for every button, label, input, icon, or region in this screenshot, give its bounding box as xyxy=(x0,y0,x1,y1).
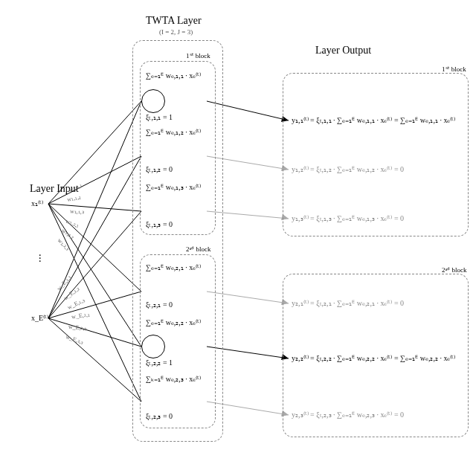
input-ellipsis: ··· xyxy=(39,254,42,263)
xi-21: ξₜ,₂,₁ = 0 xyxy=(146,300,173,309)
twta-layer-title: TWTA Layer xyxy=(146,15,202,27)
svg-line-7 xyxy=(48,156,141,318)
output-y11: y₁,₁⁽ᵗ⁾ = ξₜ,₁,₁ · ∑ₑ₌₁ᴱ wₑ,₁,₁ · xₑ⁽ᵗ⁾ … xyxy=(292,116,463,124)
sum-12: ∑ₑ₌₁ᴱ wₑ,₁,₂ · xₑ⁽ᵗ⁾ xyxy=(146,128,201,136)
xi-13: ξₜ,₁,₃ = 0 xyxy=(146,220,173,228)
svg-line-4 xyxy=(48,204,141,347)
xi-22: ξₜ,₂,₂ = 1 xyxy=(146,358,173,367)
neuron-22-circle xyxy=(141,335,165,358)
svg-line-11 xyxy=(48,318,141,402)
xi-23: ξₜ,₂,₃ = 0 xyxy=(146,412,173,420)
output-block2-label: 2ⁿᵈ block xyxy=(442,266,467,274)
output-y13: y₁,₃⁽ᵗ⁾ = ξₜ,₁,₃ · ∑ₑ₌₁ᴱ wₑ,₁,₃ · xₑ⁽ᵗ⁾ … xyxy=(292,214,463,222)
block2-label: 2ⁿᵈ block xyxy=(186,245,211,253)
block1-box xyxy=(140,61,216,235)
input-xe: x_E⁽ᵗ⁾ xyxy=(31,314,48,322)
layer-output-title: Layer Output xyxy=(315,45,371,57)
output-y21: y₂,₁⁽ᵗ⁾ = ξₜ,₂,₁ · ∑ₑ₌₁ᴱ wₑ,₂,₁ · xₑ⁽ᵗ⁾ … xyxy=(292,299,463,307)
twta-layer-params: (I = 2, J = 3) xyxy=(159,28,193,36)
sum-21: ∑ₑ₌₁ᴱ wₑ,₂,₁ · xₑ⁽ᵗ⁾ xyxy=(146,263,201,271)
weight-w113: w₁,₁,₃ xyxy=(70,208,84,216)
sum-13: ∑ₑ₌₁ᴱ wₑ,₁,₃ · xₑ⁽ᵗ⁾ xyxy=(146,183,201,191)
sum-11: ∑ₑ₌₁ᴱ wₑ,₁,₁ · xₑ⁽ᵗ⁾ xyxy=(146,71,201,80)
xi-11: ξₜ,₁,₁ = 1 xyxy=(146,113,173,121)
svg-line-10 xyxy=(48,318,141,347)
xi-12: ξₜ,₁,₂ = 0 xyxy=(146,165,173,173)
neuron-11-circle xyxy=(141,89,165,113)
output-block1-box xyxy=(283,73,469,236)
sum-23: ∑ₖ₌₁ᴱ wₑ,₂,₃ · xₑ⁽ᵗ⁾ xyxy=(146,375,201,383)
output-y23: y₂,₃⁽ᵗ⁾ = ξₜ,₂,₃ · ∑ₑ₌₁ᴱ wₑ,₂,₃ · xₑ⁽ᵗ⁾ … xyxy=(292,411,463,419)
sum-22: ∑ₑ₌₁ᴱ wₑ,₂,₂ · xₑ⁽ᵗ⁾ xyxy=(146,318,201,326)
output-y12: y₁,₂⁽ᵗ⁾ = ξₜ,₁,₂ · ∑ₑ₌₁ᴱ wₑ,₁,₂ · xₑ⁽ᵗ⁾ … xyxy=(292,165,463,173)
input-x1: x₁⁽ᵗ⁾ xyxy=(31,199,43,207)
block1-label: 1ˢᵗ block xyxy=(186,52,210,59)
output-block1-label: 1ˢᵗ block xyxy=(442,65,466,73)
output-y22: y₂,₂⁽ᵗ⁾ = ξₜ,₂,₂ · ∑ₑ₌₁ᴱ wₑ,₂,₂ · xₑ⁽ᵗ⁾ … xyxy=(292,354,463,362)
